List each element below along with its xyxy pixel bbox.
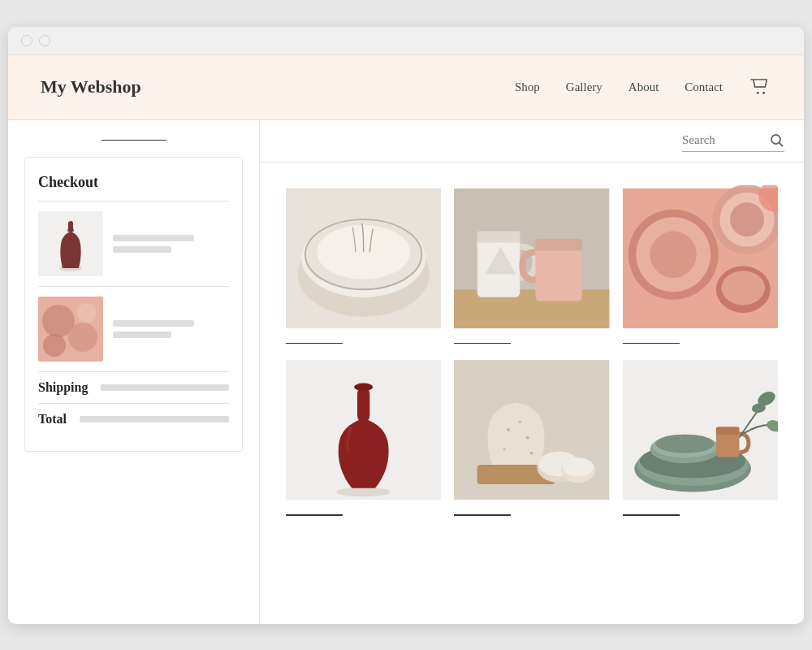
product-card-5[interactable] xyxy=(447,350,615,522)
nav-gallery[interactable]: Gallery xyxy=(566,80,603,94)
svg-point-42 xyxy=(503,448,506,450)
pink-plates-img xyxy=(623,185,778,332)
svg-line-11 xyxy=(780,142,784,146)
svg-point-0 xyxy=(757,92,759,94)
site-nav: Shop Gallery About Contact xyxy=(515,78,771,96)
search-bar[interactable] xyxy=(682,133,784,152)
svg-rect-18 xyxy=(454,289,609,328)
ceramic-mugs-img xyxy=(454,185,609,332)
site-header: My Webshop Shop Gallery About Contact xyxy=(8,55,804,120)
item-line-1a xyxy=(113,235,194,241)
total-label: Total xyxy=(38,412,67,427)
product-underline-6 xyxy=(623,514,680,516)
svg-point-36 xyxy=(354,384,373,392)
item-line-2a xyxy=(113,320,194,327)
product-underline-5 xyxy=(454,514,511,516)
total-line xyxy=(80,416,229,422)
checkout-divider-3 xyxy=(38,371,229,372)
product-card-1[interactable] xyxy=(279,179,447,351)
svg-point-43 xyxy=(530,452,533,455)
product-img-4 xyxy=(286,357,441,503)
shipping-row: Shipping xyxy=(38,380,229,395)
nav-shop[interactable]: Shop xyxy=(515,80,540,94)
product-underline-3 xyxy=(623,343,680,344)
svg-rect-20 xyxy=(477,231,520,242)
checkout-divider-2 xyxy=(38,286,229,287)
cart-icon[interactable] xyxy=(749,78,771,96)
cart-item-lines-2 xyxy=(113,320,229,338)
svg-rect-22 xyxy=(536,239,582,250)
svg-rect-56 xyxy=(715,427,739,435)
svg-point-41 xyxy=(526,436,529,440)
svg-rect-21 xyxy=(536,242,582,301)
site-logo: My Webshop xyxy=(41,76,141,98)
item-line-1b xyxy=(113,246,171,253)
total-row: Total xyxy=(38,412,229,427)
cart-item-1 xyxy=(38,211,229,276)
checkout-divider-4 xyxy=(38,403,229,404)
checkout-divider-1 xyxy=(38,201,229,202)
svg-point-9 xyxy=(77,303,97,323)
nav-about[interactable]: About xyxy=(628,80,659,94)
svg-rect-35 xyxy=(357,387,369,422)
checkout-title: Checkout xyxy=(38,174,229,191)
shipping-label: Shipping xyxy=(38,380,88,395)
cart-item-2 xyxy=(38,297,229,362)
product-img-3 xyxy=(623,185,778,332)
search-icon xyxy=(770,133,784,148)
product-underline-2 xyxy=(454,343,511,344)
product-img-5 xyxy=(454,357,609,503)
cart-item-img-1 xyxy=(38,211,103,276)
svg-point-39 xyxy=(507,428,510,431)
shipping-line xyxy=(101,384,229,391)
product-card-6[interactable] xyxy=(616,350,784,522)
svg-point-10 xyxy=(771,135,780,144)
product-underline-1 xyxy=(286,343,343,344)
main-content: Checkout xyxy=(8,120,804,624)
product-underline-4 xyxy=(286,514,343,516)
item-line-2b xyxy=(113,332,171,338)
svg-point-26 xyxy=(650,231,696,277)
red-vase-img xyxy=(286,357,441,503)
checkout-panel: Checkout xyxy=(24,157,243,452)
search-input[interactable] xyxy=(682,133,763,147)
svg-point-1 xyxy=(762,92,765,94)
vase-product-img xyxy=(38,211,103,276)
product-img-6 xyxy=(623,357,778,503)
svg-rect-4 xyxy=(68,221,73,232)
svg-point-54 xyxy=(655,435,715,453)
product-area xyxy=(260,120,804,624)
svg-point-47 xyxy=(563,457,594,476)
cart-item-lines-1 xyxy=(113,235,229,253)
cart-item-img-2 xyxy=(38,297,103,362)
product-grid xyxy=(260,162,804,539)
svg-point-8 xyxy=(43,334,66,357)
product-card-4[interactable] xyxy=(279,350,447,522)
svg-point-40 xyxy=(519,421,521,423)
sidebar: Checkout xyxy=(8,120,260,624)
product-img-2 xyxy=(454,185,609,332)
nav-contact[interactable]: Contact xyxy=(685,80,723,94)
svg-point-31 xyxy=(721,271,765,305)
speckled-pots-img xyxy=(454,357,609,503)
green-bowls-img xyxy=(623,357,778,503)
svg-point-29 xyxy=(730,202,764,236)
product-card-3[interactable] xyxy=(616,179,784,351)
product-img-1 xyxy=(286,185,441,332)
plates-product-img xyxy=(38,297,103,362)
browser-btn-1 xyxy=(21,35,32,46)
product-card-2[interactable] xyxy=(447,179,615,351)
browser-btn-2 xyxy=(39,35,50,46)
browser-chrome xyxy=(8,27,804,55)
sidebar-top-line xyxy=(102,140,166,141)
svg-point-34 xyxy=(336,488,391,496)
search-bar-row xyxy=(260,120,804,162)
ceramic-bowl-img xyxy=(286,185,441,332)
browser-window: My Webshop Shop Gallery About Contact Ch… xyxy=(8,27,804,624)
svg-point-7 xyxy=(68,323,97,352)
